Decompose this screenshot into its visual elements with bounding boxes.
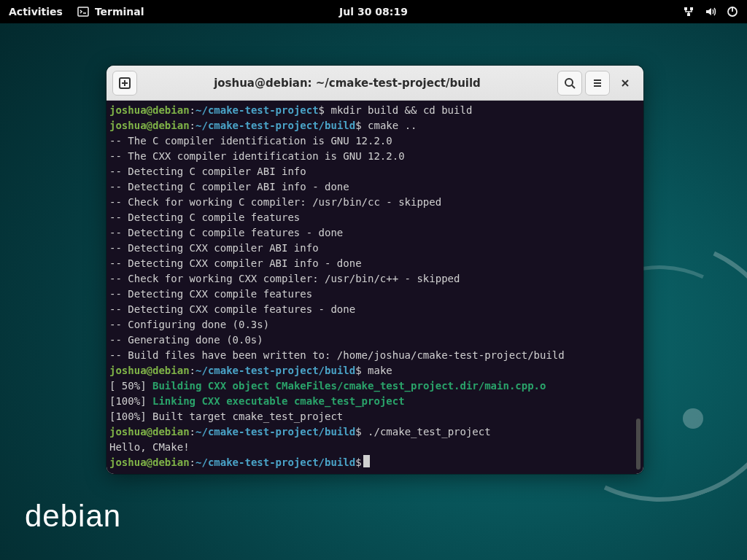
search-button[interactable] xyxy=(557,71,582,96)
output-line: -- Detecting C compile features - done xyxy=(109,227,343,238)
network-icon[interactable] xyxy=(683,6,694,18)
prompt-user: joshua xyxy=(109,456,147,468)
prompt-path: ~/cmake-test-project/build xyxy=(196,426,355,438)
prompt-dollar: $ xyxy=(355,426,361,438)
terminal-icon xyxy=(77,6,89,18)
cmd-make: make xyxy=(362,365,392,376)
svg-rect-2 xyxy=(690,7,693,10)
output-line: [100%] xyxy=(109,395,152,407)
prompt-at: @ xyxy=(147,120,152,131)
prompt-at: @ xyxy=(147,456,152,468)
make-building-line: Building CXX object CMakeFiles/cmake_tes… xyxy=(152,380,546,392)
prompt-colon: : xyxy=(190,426,196,438)
prompt-user: joshua xyxy=(109,426,147,438)
svg-line-10 xyxy=(572,85,575,88)
gnome-top-panel: Activities Terminal Jul 30 08:19 xyxy=(0,0,747,23)
window-titlebar[interactable]: joshua@debian: ~/cmake-test-project/buil… xyxy=(107,66,643,101)
power-icon[interactable] xyxy=(727,6,738,18)
prompt-dollar: $ xyxy=(355,456,361,468)
output-line: -- Detecting CXX compile features xyxy=(109,288,312,300)
prompt-user: joshua xyxy=(109,365,147,376)
prompt-colon: : xyxy=(190,120,196,131)
output-line: -- Check for working CXX compiler: /usr/… xyxy=(109,273,460,284)
output-line: -- The CXX compiler identification is GN… xyxy=(109,150,405,162)
output-line: -- Detecting CXX compile features - done xyxy=(109,303,355,315)
svg-point-9 xyxy=(565,79,573,86)
prompt-path: ~/cmake-test-project/build xyxy=(196,456,355,468)
prompt-colon: : xyxy=(190,365,196,376)
prompt-at: @ xyxy=(147,365,152,376)
output-line: -- Check for working C compiler: /usr/bi… xyxy=(109,196,441,208)
prompt-path: ~/cmake-test-project xyxy=(196,104,319,116)
volume-icon[interactable] xyxy=(705,6,716,18)
cmd-run: ./cmake_test_project xyxy=(362,426,491,438)
terminal-window: joshua@debian: ~/cmake-test-project/buil… xyxy=(107,66,643,474)
output-line: -- Generating done (0.0s) xyxy=(109,334,263,346)
prompt-host: debian xyxy=(152,365,190,376)
prompt-path: ~/cmake-test-project/build xyxy=(196,120,355,131)
output-line: -- Detecting C compiler ABI info - done xyxy=(109,181,349,192)
output-line: -- Configuring done (0.3s) xyxy=(109,319,269,330)
close-button[interactable] xyxy=(613,71,638,96)
program-output: Hello, CMake! xyxy=(109,441,190,453)
clock[interactable]: Jul 30 08:19 xyxy=(339,6,408,18)
prompt-host: debian xyxy=(152,104,190,116)
output-line: [100%] Built target cmake_test_project xyxy=(109,411,343,422)
new-tab-button[interactable] xyxy=(112,71,137,96)
terminal-viewport[interactable]: joshua@debian:~/cmake-test-project$ mkdi… xyxy=(107,101,643,474)
current-app-label: Terminal xyxy=(95,6,144,18)
prompt-at: @ xyxy=(147,104,152,116)
current-app-indicator[interactable]: Terminal xyxy=(77,6,144,18)
prompt-dollar: $ xyxy=(319,104,325,116)
output-line: -- Detecting C compiler ABI info xyxy=(109,166,306,177)
output-line: -- The C compiler identification is GNU … xyxy=(109,135,392,147)
prompt-host: debian xyxy=(152,120,190,131)
prompt-dollar: $ xyxy=(355,365,361,376)
output-line: -- Detecting CXX compiler ABI info xyxy=(109,242,319,254)
prompt-dollar: $ xyxy=(355,120,361,131)
prompt-colon: : xyxy=(190,104,196,116)
debian-swirl-dot xyxy=(683,408,703,429)
activities-button[interactable]: Activities xyxy=(9,6,63,18)
prompt-user: joshua xyxy=(109,104,147,116)
scrollbar-thumb[interactable] xyxy=(636,419,640,470)
text-cursor xyxy=(363,455,370,467)
prompt-host: debian xyxy=(152,456,190,468)
prompt-user: joshua xyxy=(109,120,147,131)
prompt-host: debian xyxy=(152,426,190,438)
debian-wordmark: debian xyxy=(25,499,121,534)
prompt-path: ~/cmake-test-project/build xyxy=(196,365,355,376)
cmd-mkdir: mkdir build && cd build xyxy=(325,104,472,116)
svg-rect-1 xyxy=(684,7,687,10)
terminal-scrollbar[interactable] xyxy=(635,101,642,474)
cmd-cmake: cmake .. xyxy=(362,120,417,131)
output-line: [ 50%] xyxy=(109,380,152,392)
svg-rect-0 xyxy=(78,7,88,16)
prompt-colon: : xyxy=(190,456,196,468)
make-linking-line: Linking CXX executable cmake_test_projec… xyxy=(152,395,405,407)
svg-rect-3 xyxy=(687,13,690,16)
output-line: -- Detecting CXX compiler ABI info - don… xyxy=(109,257,362,269)
output-line: -- Build files have been written to: /ho… xyxy=(109,349,565,361)
output-line: -- Detecting C compile features xyxy=(109,211,300,223)
prompt-at: @ xyxy=(147,426,152,438)
window-title: joshua@debian: ~/cmake-test-project/buil… xyxy=(142,77,553,90)
menu-button[interactable] xyxy=(585,71,610,96)
